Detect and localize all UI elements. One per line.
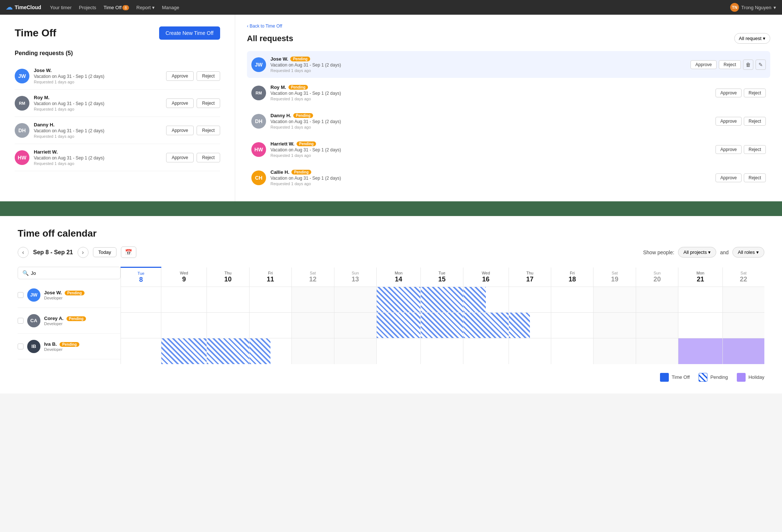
pending-name: Jose W. bbox=[34, 68, 162, 73]
cal-cell bbox=[593, 313, 636, 338]
cloud-icon: ☁ bbox=[6, 3, 12, 11]
create-timeoff-button[interactable]: Create New Time Off bbox=[159, 26, 220, 40]
approve-button[interactable]: Approve bbox=[166, 126, 194, 135]
cal-cell bbox=[421, 287, 463, 313]
request-info: Jose W. Pending Vacation on Aug 31 - Sep… bbox=[270, 56, 686, 73]
cal-cell bbox=[292, 287, 334, 313]
approve-button[interactable]: Approve bbox=[715, 173, 742, 182]
person-checkbox[interactable] bbox=[18, 344, 24, 349]
day-header-sat19: Sat19 bbox=[593, 267, 636, 287]
legend-item-pending: Pending bbox=[699, 373, 728, 382]
cal-cell bbox=[678, 338, 722, 364]
approve-button[interactable]: Approve bbox=[166, 71, 194, 81]
reject-button[interactable]: Reject bbox=[744, 145, 766, 154]
request-requested: Requested 1 days ago bbox=[270, 68, 686, 73]
cal-cell bbox=[463, 338, 509, 364]
approve-button[interactable]: Approve bbox=[166, 98, 194, 108]
approve-button[interactable]: Approve bbox=[166, 153, 194, 162]
person-info: Corey A. Pending Developer bbox=[44, 316, 121, 326]
calendar-grid: 🔍 JW Jose W. Pending Developer CA bbox=[18, 267, 764, 364]
cal-cell bbox=[636, 287, 678, 313]
cal-cell bbox=[249, 287, 291, 313]
approve-button[interactable]: Approve bbox=[715, 117, 742, 126]
nav-manage[interactable]: Manage bbox=[162, 5, 179, 10]
edit-button[interactable]: ✎ bbox=[756, 60, 766, 70]
search-input[interactable] bbox=[31, 270, 116, 276]
request-vacation: Vacation on Aug 31 - Sep 1 (2 days) bbox=[270, 91, 711, 96]
cal-cell bbox=[292, 338, 334, 364]
calendar-icon-button[interactable]: 📅 bbox=[121, 247, 136, 258]
request-name-row: Danny H. Pending bbox=[270, 113, 711, 118]
request-info: Callie H. Pending Vacation on Aug 31 - S… bbox=[270, 169, 711, 186]
person-checkbox[interactable] bbox=[18, 318, 24, 324]
avatar: RM bbox=[15, 96, 29, 111]
back-link[interactable]: Back to Time Off bbox=[247, 24, 770, 29]
avatar: JW bbox=[15, 69, 29, 83]
pending-info: Roy M. Vacation on Aug 31 - Sep 1 (2 day… bbox=[34, 95, 162, 111]
search-icon: 🔍 bbox=[22, 270, 29, 276]
prev-btn[interactable]: ‹ bbox=[18, 247, 29, 258]
request-item: JW Jose W. Pending Vacation on Aug 31 - … bbox=[247, 51, 770, 78]
nav-timeoff[interactable]: Time Off8 bbox=[104, 5, 129, 10]
cal-cell bbox=[509, 313, 551, 338]
all-request-filter[interactable]: All request ▾ bbox=[734, 33, 770, 44]
user-avatar: TN bbox=[730, 3, 739, 12]
cal-cell bbox=[161, 313, 207, 338]
day-header-tue8: Tue 8 bbox=[121, 267, 161, 287]
show-people-label: Show people: bbox=[643, 249, 674, 255]
cal-cell bbox=[421, 313, 463, 338]
all-roles-dropdown[interactable]: All roles ▾ bbox=[732, 247, 764, 258]
request-info: Danny H. Pending Vacation on Aug 31 - Se… bbox=[270, 113, 711, 129]
request-name: Harriett W. bbox=[270, 141, 294, 147]
avatar: DH bbox=[15, 123, 29, 138]
person-checkbox[interactable] bbox=[18, 292, 24, 298]
reject-button[interactable]: Reject bbox=[744, 117, 766, 126]
user-name: Trong Nguyen bbox=[741, 5, 771, 10]
person-role: Developer bbox=[44, 321, 121, 326]
calendar-section: Time off calendar ‹ Sep 8 - Sep 21 › Tod… bbox=[0, 216, 782, 393]
request-name: Roy M. bbox=[270, 85, 286, 90]
reject-button[interactable]: Reject bbox=[197, 153, 220, 162]
reject-button[interactable]: Reject bbox=[744, 173, 766, 182]
nav-report[interactable]: Report ▾ bbox=[136, 5, 155, 10]
left-panel: Time Off Create New Time Off Pending req… bbox=[0, 15, 235, 201]
pending-badge: Pending bbox=[297, 141, 316, 146]
request-requested: Requested 1 days ago bbox=[270, 125, 711, 129]
all-projects-dropdown[interactable]: All projects ▾ bbox=[678, 247, 717, 258]
reject-button[interactable]: Reject bbox=[719, 60, 741, 69]
pending-actions: Approve Reject bbox=[166, 153, 220, 162]
reject-button[interactable]: Reject bbox=[197, 98, 220, 108]
reject-button[interactable]: Reject bbox=[744, 89, 766, 97]
approve-button[interactable]: Approve bbox=[715, 145, 742, 154]
pending-name: Roy M. bbox=[34, 95, 162, 100]
approve-button[interactable]: Approve bbox=[715, 89, 742, 97]
nav-user[interactable]: TN Trong Nguyen ▾ bbox=[730, 3, 776, 12]
cal-cell bbox=[463, 313, 509, 338]
avatar: DH bbox=[251, 114, 266, 129]
event-pending bbox=[377, 313, 420, 338]
approve-button[interactable]: Approve bbox=[690, 60, 717, 69]
event-pending bbox=[161, 338, 207, 364]
request-vacation: Vacation on Aug 31 - Sep 1 (2 days) bbox=[270, 176, 711, 181]
show-people: Show people: All projects ▾ and All role… bbox=[643, 247, 764, 258]
request-requested: Requested 1 days ago bbox=[270, 181, 711, 186]
day-header-wed16: Wed16 bbox=[463, 267, 509, 287]
nav-projects[interactable]: Projects bbox=[79, 5, 96, 10]
all-requests-title: All requests bbox=[247, 34, 293, 43]
request-name-row: Callie H. Pending bbox=[270, 169, 711, 175]
brand-logo: ☁ TimeCloud bbox=[6, 3, 41, 11]
pending-item: DH Danny H. Vacation on Aug 31 - Sep 1 (… bbox=[15, 117, 220, 144]
navbar: ☁ TimeCloud Your timer Projects Time Off… bbox=[0, 0, 782, 15]
nav-your-timer[interactable]: Your timer bbox=[50, 5, 72, 10]
next-btn[interactable]: › bbox=[78, 247, 89, 258]
delete-button[interactable]: 🗑 bbox=[743, 60, 753, 70]
legend-label-holiday: Holiday bbox=[749, 374, 764, 380]
reject-button[interactable]: Reject bbox=[197, 71, 220, 81]
request-vacation: Vacation on Aug 31 - Sep 1 (2 days) bbox=[270, 62, 686, 68]
day-header-sun13: Sun13 bbox=[334, 267, 376, 287]
legend: Time Off Pending Holiday bbox=[18, 373, 764, 382]
cal-cell bbox=[249, 313, 291, 338]
today-button[interactable]: Today bbox=[93, 247, 117, 257]
reject-button[interactable]: Reject bbox=[197, 126, 220, 135]
cal-cell bbox=[551, 338, 593, 364]
